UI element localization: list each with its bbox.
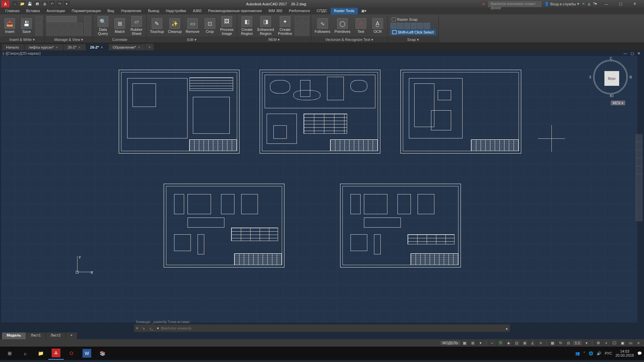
mv-b[interactable] [54, 23, 61, 29]
tab-spds[interactable]: СПДС [313, 8, 330, 14]
exchange-icon[interactable]: ✕ [582, 2, 585, 6]
status-3dosnap-icon[interactable]: ⊠ [521, 340, 528, 346]
mv-k[interactable] [84, 16, 91, 22]
mv-j[interactable] [76, 29, 83, 36]
status-otrack-icon[interactable]: ∠ [529, 340, 536, 346]
doc-tab-3[interactable]: 26-2*× [86, 44, 109, 50]
cmd-close-icon[interactable]: ✕ [134, 326, 140, 330]
snap-2[interactable] [397, 23, 403, 29]
opera-button[interactable]: O [64, 347, 79, 360]
status-scale-label[interactable]: 1:1 [573, 341, 582, 345]
status-ortho-icon[interactable]: ⌐ [489, 340, 496, 346]
explorer-button[interactable]: 📁 [33, 347, 48, 360]
status-plus-icon[interactable]: + [602, 340, 610, 346]
mv-c[interactable] [61, 23, 68, 29]
enhanced-region-button[interactable]: ◨Enhanced Region [256, 15, 275, 36]
help-icon[interactable]: ?▾ [593, 2, 597, 6]
raster-snap-toggle[interactable]: Raster Snap [390, 17, 436, 22]
snap-6[interactable] [424, 23, 430, 29]
tab-model[interactable]: Модель [2, 333, 26, 339]
doc-tab-1[interactable]: лифты курсач*× [24, 44, 63, 50]
snap-1[interactable] [390, 23, 396, 29]
cmd-recent-icon[interactable]: ↘ [141, 326, 146, 330]
tab-addins[interactable]: Надстройки [163, 8, 190, 14]
qat-open-icon[interactable]: 📂 [19, 1, 25, 7]
rem-d[interactable] [302, 23, 309, 29]
status-transparency-icon[interactable]: ▦ [549, 340, 556, 346]
nav-showmotion-icon[interactable] [636, 167, 642, 174]
tab-bim360[interactable]: BIM 360 [265, 8, 285, 14]
search-button[interactable]: ⌕ [17, 347, 33, 360]
status-monitor-icon[interactable]: 🖵 [610, 340, 618, 346]
iw-btn-1[interactable] [36, 16, 42, 22]
qat-save-icon[interactable]: 💾 [27, 1, 33, 7]
qat-new-icon[interactable]: ▫ [12, 1, 18, 7]
status-polar-icon[interactable]: ⦿ [497, 340, 504, 346]
tab-manage[interactable]: Управление [117, 8, 145, 14]
cleanup-button[interactable]: ✨Cleanup [167, 17, 183, 34]
status-clean-icon[interactable]: ▭ [627, 340, 634, 346]
new-tab-button[interactable]: + [146, 44, 154, 50]
nav-wheel-icon[interactable] [636, 135, 642, 142]
process-image-button[interactable]: 🖼Process Image [219, 15, 235, 36]
tab-home[interactable]: Главная [2, 8, 23, 14]
data-query-button[interactable]: 🔍Data Query [95, 15, 111, 36]
followers-button[interactable]: ∿Followers [313, 17, 332, 34]
add-layout-button[interactable]: + [66, 333, 77, 339]
tab-annotate[interactable]: Аннотации [43, 8, 68, 14]
nav-pan-icon[interactable] [636, 143, 642, 150]
tab-output[interactable]: Вывод [145, 8, 162, 14]
snap-5[interactable] [417, 23, 423, 29]
rem-f[interactable] [302, 29, 309, 36]
command-input[interactable] [161, 326, 504, 330]
rem-b[interactable] [302, 16, 309, 22]
mv-i[interactable] [69, 29, 75, 36]
maximize-button[interactable]: ▢ [614, 1, 627, 7]
mv-layer-dropdown[interactable] [47, 16, 77, 22]
close-icon[interactable]: × [78, 46, 80, 49]
rubber-sheet-button[interactable]: ▱Rubber Sheet [129, 15, 144, 36]
viewcube[interactable]: Верх С В Ю З [590, 57, 631, 97]
tab-layout2[interactable]: Лист2 [46, 333, 66, 339]
mv-l[interactable] [84, 23, 91, 29]
word-button[interactable]: W [79, 347, 95, 360]
iw-btn-3[interactable] [36, 29, 42, 36]
mv-h[interactable] [61, 29, 68, 36]
mv-f[interactable] [47, 29, 53, 36]
tab-layout1[interactable]: Лист1 [26, 333, 46, 339]
tab-insert[interactable]: Вставка [23, 8, 43, 14]
tray-notifications-icon[interactable]: 💬 [637, 351, 642, 356]
viewport-label[interactable]: [–][Сверху][2D-каркас] [3, 51, 41, 55]
touchup-button[interactable]: ✎Touchup [149, 17, 165, 34]
doc-tab-start[interactable]: Начало [2, 44, 24, 50]
doc-tab-4[interactable]: Обрамление*× [109, 44, 146, 50]
vp-minimize-button[interactable]: — [623, 51, 628, 56]
status-dd2-icon[interactable]: ▾ [583, 340, 590, 346]
mv-a[interactable] [47, 23, 53, 29]
qat-redo-icon[interactable]: ↷ [56, 1, 62, 7]
stayconnected-icon[interactable]: ◬ [588, 2, 590, 6]
winrar-button[interactable]: 📚 [95, 347, 110, 360]
tray-chevron-up-icon[interactable]: ˄ [583, 351, 585, 356]
signin-button[interactable]: 👤 Вход в службы ▾ [544, 2, 579, 6]
mv-d[interactable] [69, 23, 75, 29]
tab-featured[interactable]: Рекомендованные приложения [205, 8, 265, 14]
tray-network-icon[interactable]: 🌐 [589, 351, 593, 356]
minimize-button[interactable]: — [600, 1, 613, 7]
rem-a[interactable] [295, 16, 302, 22]
save-button[interactable]: 💾Save [19, 17, 34, 34]
cmd-prompt-icon[interactable]: ›_ [148, 326, 155, 330]
start-button[interactable]: ⊞ [2, 347, 17, 360]
tray-clock[interactable]: 14:03 20.03.2018 [615, 349, 634, 357]
status-model-label[interactable]: МОДЕЛЬ [440, 341, 460, 345]
close-icon[interactable]: × [101, 46, 103, 49]
help-search-input[interactable]: Введите ключевое слово/фразу [488, 1, 542, 7]
doc-tab-2[interactable]: 26-2*× [63, 44, 86, 50]
tab-extra-icon[interactable]: ▣▾ [358, 8, 370, 14]
cmd-expand-icon[interactable]: ▴ [504, 326, 510, 330]
rem-e[interactable] [295, 29, 302, 36]
vp-maximize-button[interactable]: ▢ [630, 51, 635, 56]
tab-performance[interactable]: Performance [285, 8, 313, 14]
qat-dropdown-icon[interactable]: ▾ [64, 1, 70, 7]
status-annoscale-icon[interactable]: ⚖ [565, 340, 572, 346]
